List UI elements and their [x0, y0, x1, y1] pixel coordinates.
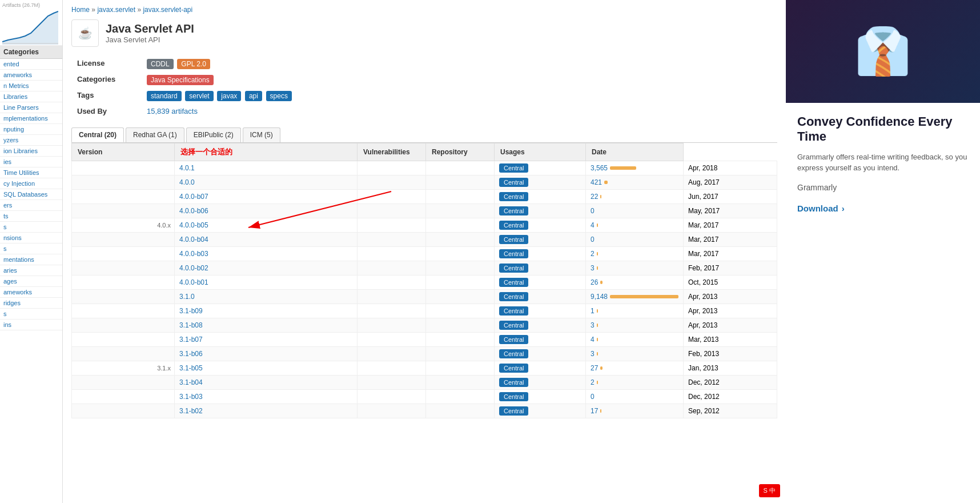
usages-link[interactable]: 0: [591, 235, 595, 243]
breadcrumb-home[interactable]: Home: [71, 6, 90, 14]
version-link[interactable]: 3.1-b03: [179, 393, 203, 401]
repo-badge[interactable]: Central: [499, 392, 528, 401]
repo-badge[interactable]: Central: [499, 278, 528, 287]
version-link[interactable]: 3.1-b08: [179, 321, 203, 329]
sidebar-item-s2[interactable]: s: [0, 243, 62, 254]
sidebar-item-ented[interactable]: ented: [0, 59, 62, 70]
usages-link[interactable]: 2: [591, 250, 595, 258]
sidebar-item-time-utilities[interactable]: Time Utilities: [0, 167, 62, 178]
sidebar-item-nsions[interactable]: nsions: [0, 233, 62, 243]
tab-icm[interactable]: ICM (5): [243, 127, 280, 142]
version-link[interactable]: 4.0.0-b04: [179, 235, 208, 243]
repo-badge[interactable]: Central: [499, 235, 528, 244]
version-link[interactable]: 3.1-b06: [179, 350, 203, 358]
version-link[interactable]: 4.0.0-b02: [179, 264, 208, 272]
version-link[interactable]: 4.0.0-b03: [179, 250, 208, 258]
breadcrumb-javax-servlet[interactable]: javax.servlet: [97, 6, 135, 14]
version-link[interactable]: 3.1.0: [179, 293, 195, 301]
sidebar-item-cy-injection[interactable]: cy Injection: [0, 178, 62, 189]
repo-badge[interactable]: Central: [499, 178, 528, 187]
sidebar-item-s3[interactable]: s: [0, 309, 62, 320]
usages-link[interactable]: 0: [591, 207, 595, 215]
version-link[interactable]: 4.0.0: [179, 178, 195, 186]
usages-link[interactable]: 2: [591, 378, 595, 386]
sidebar-item-ers[interactable]: ers: [0, 200, 62, 211]
sidebar-item-aries[interactable]: aries: [0, 265, 62, 276]
sidebar-item-ages[interactable]: ages: [0, 276, 62, 287]
tag-api[interactable]: api: [245, 91, 262, 101]
usages-link[interactable]: 421: [591, 178, 602, 186]
sidebar-item-sql-databases[interactable]: SQL Databases: [0, 189, 62, 200]
sidebar-item-ies[interactable]: ies: [0, 157, 62, 167]
repo-badge[interactable]: Central: [499, 249, 528, 258]
tag-javax[interactable]: javax: [217, 91, 241, 101]
sidebar-item-ion-libraries[interactable]: ion Libraries: [0, 146, 62, 157]
usages-link[interactable]: 9,148: [591, 293, 608, 301]
chart-label: Artifacts (26.7M): [2, 2, 60, 8]
usages-link[interactable]: 3: [591, 350, 595, 358]
usages-link[interactable]: 0: [591, 393, 595, 401]
version-link[interactable]: 3.1-b09: [179, 307, 203, 315]
sidebar-item-ts[interactable]: ts: [0, 211, 62, 222]
usages-link[interactable]: 22: [591, 193, 598, 201]
version-link[interactable]: 4.0.0-b05: [179, 221, 208, 229]
tab-redhat-ga[interactable]: Redhat GA (1): [126, 127, 184, 142]
repo-badge[interactable]: Central: [499, 335, 528, 344]
usages-link[interactable]: 4: [591, 336, 595, 344]
repo-badge[interactable]: Central: [499, 206, 528, 215]
license-gpl[interactable]: GPL 2.0: [177, 59, 210, 69]
version-link[interactable]: 3.1-b07: [179, 336, 203, 344]
sidebar-item-yzers[interactable]: yzers: [0, 135, 62, 146]
sidebar-item-nputing[interactable]: nputing: [0, 124, 62, 135]
usages-link[interactable]: 4: [591, 221, 595, 229]
usages-link[interactable]: 27: [591, 364, 598, 372]
usages-link[interactable]: 3,565: [591, 164, 608, 172]
breadcrumb-javax-servlet-api[interactable]: javax.servlet-api: [143, 6, 192, 14]
repo-badge[interactable]: Central: [499, 292, 528, 301]
sidebar-item-line-parsers[interactable]: Line Parsers: [0, 102, 62, 113]
usages-link[interactable]: 3: [591, 321, 595, 329]
sidebar-item-libraries[interactable]: Libraries: [0, 91, 62, 102]
version-link[interactable]: 3.1-b04: [179, 378, 203, 386]
tab-ebipublic[interactable]: EBIPublic (2): [186, 127, 241, 142]
sidebar-item-ridges[interactable]: ridges: [0, 298, 62, 309]
license-cddl[interactable]: CDDL: [147, 59, 174, 69]
repo-badge[interactable]: Central: [499, 349, 528, 358]
table-row: 4.0.0-b06Central0May, 2017: [72, 204, 777, 218]
tag-servlet[interactable]: servlet: [185, 91, 213, 101]
repo-badge[interactable]: Central: [499, 192, 528, 201]
repo-badge[interactable]: Central: [499, 378, 528, 387]
sidebar-item-ameworks2[interactable]: ameworks: [0, 287, 62, 298]
date-cell: Apr, 2013: [684, 304, 777, 318]
table-row: 4.0.1Central3,565Apr, 2018: [72, 161, 777, 175]
tag-standard[interactable]: standard: [147, 91, 182, 101]
sidebar-item-implementations[interactable]: mplementations: [0, 113, 62, 124]
repo-badge[interactable]: Central: [499, 406, 528, 416]
usages-link[interactable]: 3: [591, 264, 595, 272]
repo-badge[interactable]: Central: [499, 364, 528, 373]
sidebar-item-metrics[interactable]: n Metrics: [0, 81, 62, 91]
used-by-link[interactable]: 15,839 artifacts: [147, 107, 198, 115]
sidebar-item-s[interactable]: s: [0, 222, 62, 233]
version-link[interactable]: 4.0.0-b01: [179, 278, 208, 286]
version-link[interactable]: 4.0.0-b06: [179, 207, 208, 215]
sidebar-item-mentations[interactable]: mentations: [0, 254, 62, 265]
category-java-spec[interactable]: Java Specifications: [147, 75, 214, 85]
usages-link[interactable]: 1: [591, 307, 595, 315]
repo-badge[interactable]: Central: [499, 306, 528, 316]
repo-badge[interactable]: Central: [499, 321, 528, 330]
version-link[interactable]: 4.0.0-b07: [179, 193, 208, 201]
ad-download-button[interactable]: Download ›: [797, 203, 845, 213]
repo-badge[interactable]: Central: [499, 221, 528, 230]
repo-badge[interactable]: Central: [499, 163, 528, 173]
tab-central[interactable]: Central (20): [71, 127, 124, 142]
version-link[interactable]: 3.1-b02: [179, 407, 203, 415]
sidebar-item-ins[interactable]: ins: [0, 320, 62, 330]
usages-link[interactable]: 17: [591, 407, 598, 415]
tag-specs[interactable]: specs: [266, 91, 292, 101]
version-link[interactable]: 4.0.1: [179, 164, 195, 172]
repo-badge[interactable]: Central: [499, 264, 528, 273]
version-link[interactable]: 3.1-b05: [179, 364, 203, 372]
usages-link[interactable]: 26: [591, 278, 598, 286]
sidebar-item-ameworks[interactable]: ameworks: [0, 70, 62, 81]
